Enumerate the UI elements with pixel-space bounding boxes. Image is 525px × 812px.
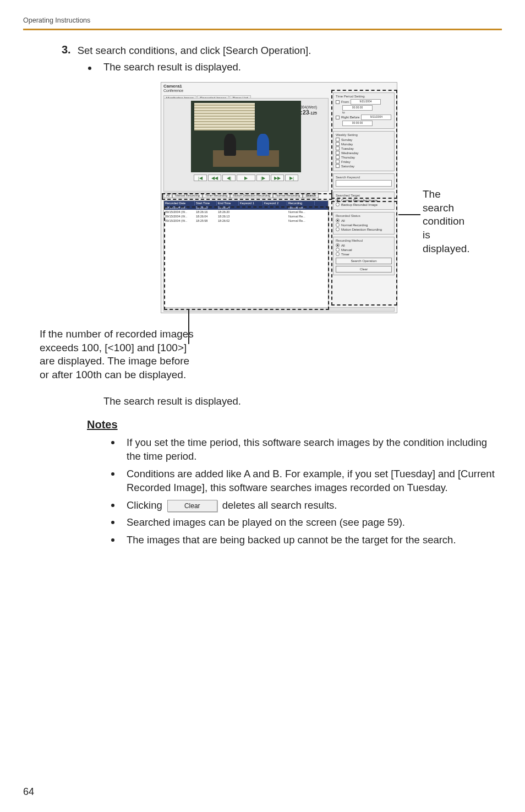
checkbox-icon[interactable] (336, 160, 340, 164)
method-timer: Timer (341, 253, 349, 256)
checkbox-icon[interactable] (336, 146, 340, 150)
col-date[interactable]: Recorded Date (164, 201, 195, 205)
step-text: Set search conditions, and click [Search… (78, 45, 311, 57)
col-start[interactable]: Start Time (195, 201, 217, 205)
rb-time-input[interactable]: 00:00:00 (342, 121, 373, 126)
camera-title: Camera1 (161, 83, 397, 89)
step-fwd-button[interactable]: |▶ (256, 175, 270, 181)
method-all: All (341, 244, 345, 247)
callout-line: condition is (423, 215, 470, 242)
header-divider (23, 29, 502, 30)
checkbox-icon[interactable] (336, 116, 340, 119)
step-sub-text: The search result is displayed. (103, 61, 241, 73)
radio-icon[interactable] (336, 252, 340, 256)
day-label: Tuesday (341, 147, 354, 150)
rewind-button[interactable]: ◀◀ (208, 175, 221, 181)
step-sub-bullet: The search result is displayed. (88, 61, 502, 73)
playback-controls: |◀ ◀◀ ◀| ▶ |▶ ▶▶ ▶| (194, 175, 298, 181)
from-time-input[interactable]: 00:00:00 (342, 105, 373, 111)
bullet-dot-icon (111, 504, 114, 507)
search-conditions: Time Period Setting From9/21/2004 00:00:… (333, 92, 395, 306)
radio-icon[interactable] (336, 219, 340, 222)
list-row[interactable]: 09/15/2004 (W...18:26:2318:26:24Normal R… (164, 205, 328, 210)
note-text: If you set the time period, this softwar… (127, 435, 502, 464)
tab-timer-rec[interactable]: Timer Recording (203, 193, 230, 198)
group-weekly: Weekly Setting Sunday Monday Tuesday Wed… (333, 131, 395, 171)
col-kw1[interactable]: Keyword 1 (239, 201, 263, 205)
tab-all[interactable]: All (163, 193, 172, 198)
tab-normal-rec[interactable]: Normal Recording (273, 193, 303, 198)
day-label: Friday (341, 160, 351, 164)
radio-icon[interactable] (336, 248, 340, 252)
horizontal-scrollbar[interactable] (163, 307, 395, 312)
checkbox-icon[interactable] (336, 138, 340, 141)
day-label: Thursday (341, 156, 355, 159)
col-kw2[interactable]: Keyword 2 (263, 201, 287, 205)
tab-search[interactable]: Search (303, 193, 318, 198)
bullet-dot-icon (88, 67, 91, 70)
lower-tabs: All Manual Recording Timer Recording Mot… (163, 193, 329, 198)
ffwd-button[interactable]: ▶▶ (271, 175, 284, 181)
col-rec[interactable]: Recording (287, 201, 315, 205)
checkbox-icon[interactable] (336, 155, 340, 159)
from-date-input[interactable]: 9/21/2004 (351, 99, 381, 105)
doc-title: Operating Instructions (23, 17, 502, 24)
checkbox-icon[interactable] (336, 100, 340, 104)
rb-date-input[interactable]: 9/21/2004 (361, 115, 391, 120)
radio-icon[interactable] (336, 198, 340, 202)
list-row[interactable]: 09/15/2004 (W...18:26:0418:26:13Normal R… (164, 214, 328, 219)
callout-line: The search (423, 188, 470, 215)
right-before-label: Right Before (341, 116, 359, 119)
group-method: Recording Method All Manual Timer Search… (333, 237, 395, 275)
group-title: Recording Method (336, 239, 392, 242)
bullet-dot-icon (111, 441, 114, 444)
notes-list: If you set the time period, this softwar… (111, 435, 502, 547)
figure: Camera1 Conference Monitoring Image Reco… (62, 82, 463, 324)
tab-manual-rec[interactable]: Manual Recording (172, 193, 203, 198)
group-keyword: Search Keyword (333, 173, 395, 189)
group-title: Search Keyword (336, 176, 392, 179)
col-end[interactable]: End Time (217, 201, 239, 205)
tab-motion-rec[interactable]: Motion Detection Recording (230, 193, 273, 198)
clear-button[interactable]: Clear (336, 266, 392, 273)
play-button[interactable]: ▶ (237, 175, 255, 181)
step-back-button[interactable]: ◀| (222, 175, 236, 181)
radio-icon[interactable] (336, 227, 340, 231)
method-manual: Manual (341, 248, 352, 252)
radio-icon[interactable] (336, 223, 340, 227)
note-text: Clicking Clear deletes all search result… (127, 498, 502, 513)
status-all: All (341, 219, 345, 222)
radio-icon[interactable] (336, 203, 340, 206)
checkbox-icon[interactable] (336, 151, 340, 155)
target-current: Current Recorded Image (341, 199, 378, 202)
checkbox-icon[interactable] (336, 142, 340, 146)
keyword-input[interactable] (336, 180, 392, 187)
list-row[interactable]: 09/15/2004 (W...18:25:5818:26:02Normal R… (164, 219, 328, 223)
search-operation-button[interactable]: Search Operation (336, 258, 392, 264)
note-text: The images that are being backed up cann… (127, 533, 502, 547)
target-backup: Backup Recorded Image (341, 203, 378, 206)
leader-line (398, 214, 420, 215)
group-target: Searched Target Current Recorded Image B… (333, 192, 395, 210)
leader-line (188, 310, 189, 344)
group-status: Recorded Status All Normal Recording Mot… (333, 212, 395, 235)
bullet-dot-icon (111, 538, 114, 542)
day-label: Sunday (341, 138, 352, 141)
group-title: Searched Target (336, 194, 392, 197)
callout-search-condition: The search condition is displayed. (423, 188, 470, 255)
next-clip-button[interactable]: ▶| (285, 175, 298, 181)
clear-inline-button[interactable]: Clear (167, 500, 217, 513)
to-label: to (342, 111, 392, 114)
from-label: From (341, 100, 349, 103)
note-text: Conditions are added like A and B. For e… (127, 467, 502, 495)
group-title: Time Period Setting (336, 95, 392, 98)
radio-icon[interactable] (336, 243, 340, 247)
result-caption: The search result is displayed. (103, 395, 502, 407)
list-row[interactable]: 09/15/2004 (W...18:26:1618:26:20Normal R… (164, 210, 328, 214)
checkbox-icon[interactable] (336, 164, 340, 168)
group-time-period: Time Period Setting From9/21/2004 00:00:… (333, 92, 395, 129)
bullet-dot-icon (111, 472, 114, 476)
step-row: 3. Set search conditions, and click [Sea… (62, 43, 502, 57)
callout-result-overflow: If the number of recorded images exceeds… (40, 328, 194, 382)
prev-clip-button[interactable]: |◀ (194, 175, 207, 181)
